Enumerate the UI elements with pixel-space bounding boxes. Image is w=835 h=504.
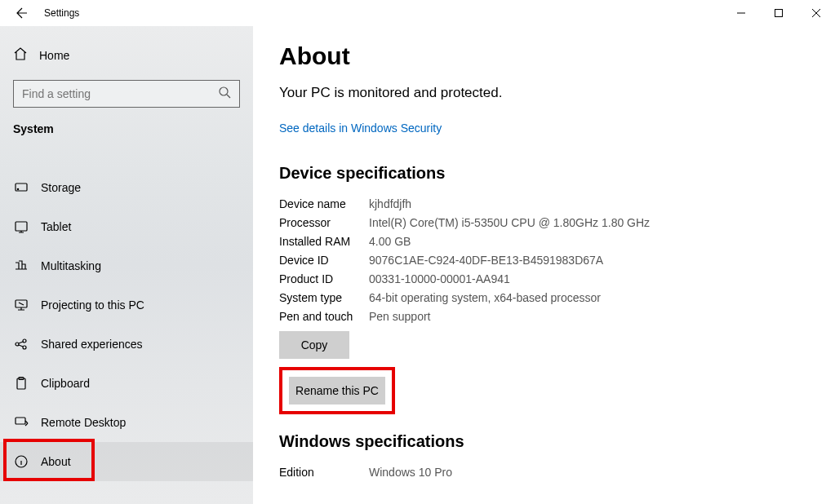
window-title: Settings: [44, 7, 79, 19]
device-spec-heading: Device specifications: [279, 164, 815, 183]
spec-row-processor: Processor Intel(R) Core(TM) i5-5350U CPU…: [279, 216, 815, 229]
spec-row-pen-touch: Pen and touch Pen support: [279, 310, 815, 323]
projecting-icon: [13, 297, 29, 313]
spec-row-device-id: Device ID 9076C1AE-C924-40DF-BE13-B45919…: [279, 254, 815, 267]
nav-item-label: Remote Desktop: [41, 416, 126, 429]
spec-label: Processor: [279, 216, 369, 229]
svg-point-8: [23, 346, 26, 349]
spec-label: Edition: [279, 466, 369, 479]
spec-label: Pen and touch: [279, 310, 369, 323]
windows-spec-heading: Windows specifications: [279, 432, 815, 451]
nav-item-label: Multitasking: [41, 259, 101, 272]
nav-item-label: Storage: [41, 181, 81, 194]
sidebar: Home System Storage Tablet Multitasking: [0, 26, 253, 504]
svg-rect-0: [775, 10, 783, 17]
spec-label: Product ID: [279, 272, 369, 285]
nav-item-shared-experiences[interactable]: Shared experiences: [0, 325, 253, 364]
multitasking-icon: [13, 258, 29, 274]
spec-row-edition: Edition Windows 10 Pro: [279, 466, 815, 479]
spec-row-product-id: Product ID 00331-10000-00001-AA941: [279, 272, 815, 285]
svg-point-1: [220, 87, 228, 95]
page-title: About: [279, 42, 815, 70]
storage-icon: [13, 179, 29, 196]
nav-home[interactable]: Home: [13, 39, 253, 72]
nav-item-projecting[interactable]: Projecting to this PC: [0, 285, 253, 325]
sidebar-nav: Storage Tablet Multitasking Projecting t…: [0, 168, 253, 481]
nav-item-about[interactable]: About: [0, 442, 253, 481]
tablet-icon: [13, 219, 29, 235]
nav-item-label: Projecting to this PC: [41, 298, 144, 312]
spec-value: Windows 10 Pro: [369, 466, 452, 479]
spec-value: 00331-10000-00001-AA941: [369, 272, 510, 285]
windows-spec-table: Edition Windows 10 Pro: [279, 466, 815, 479]
copy-button[interactable]: Copy: [279, 331, 349, 359]
nav-item-multitasking[interactable]: Multitasking: [0, 246, 253, 285]
main-content: About Your PC is monitored and protected…: [253, 26, 835, 504]
search-box[interactable]: [13, 80, 240, 108]
sidebar-section-label: System: [13, 122, 253, 135]
svg-point-3: [17, 188, 18, 189]
device-spec-table: Device name kjhdfdjfh Processor Intel(R)…: [279, 197, 815, 323]
spec-value: 4.00 GB: [369, 235, 411, 248]
search-icon: [218, 86, 231, 102]
spec-value: Pen support: [369, 310, 431, 323]
spec-row-ram: Installed RAM 4.00 GB: [279, 235, 815, 248]
minimize-button[interactable]: [722, 0, 760, 26]
protection-status: Your PC is monitored and protected.: [279, 85, 815, 101]
svg-rect-11: [16, 418, 25, 424]
nav-item-label: About: [41, 455, 71, 468]
nav-item-label: Shared experiences: [41, 338, 143, 351]
svg-point-7: [23, 339, 26, 343]
spec-label: System type: [279, 291, 369, 304]
about-icon: [13, 453, 29, 470]
svg-point-6: [16, 343, 19, 346]
spec-value: kjhdfdjfh: [369, 197, 411, 210]
remote-desktop-icon: [13, 414, 29, 431]
nav-item-remote-desktop[interactable]: Remote Desktop: [0, 403, 253, 442]
nav-item-label: Clipboard: [41, 377, 90, 390]
spec-label: Device ID: [279, 254, 369, 267]
nav-item-label: Tablet: [41, 220, 71, 233]
spec-value: 9076C1AE-C924-40DF-BE13-B4591983D67A: [369, 254, 603, 267]
spec-value: Intel(R) Core(TM) i5-5350U CPU @ 1.80GHz…: [369, 216, 650, 229]
nav-item-storage[interactable]: Storage: [0, 168, 253, 207]
svg-rect-4: [16, 222, 27, 231]
close-button[interactable]: [797, 0, 835, 26]
nav-item-tablet[interactable]: Tablet: [0, 207, 253, 246]
spec-row-device-name: Device name kjhdfdjfh: [279, 197, 815, 210]
rename-pc-button[interactable]: Rename this PC: [289, 377, 385, 405]
clipboard-icon: [13, 375, 29, 391]
titlebar: Settings: [0, 0, 835, 26]
security-link[interactable]: See details in Windows Security: [279, 122, 442, 135]
nav-home-label: Home: [39, 49, 69, 62]
spec-label: Device name: [279, 197, 369, 210]
spec-row-system-type: System type 64-bit operating system, x64…: [279, 291, 815, 304]
highlight-marker-rename: Rename this PC: [279, 367, 395, 414]
home-icon: [13, 46, 28, 64]
shared-experiences-icon: [13, 336, 29, 352]
nav-item-clipboard[interactable]: Clipboard: [0, 364, 253, 403]
spec-label: Installed RAM: [279, 235, 369, 248]
back-button[interactable]: [13, 7, 29, 20]
maximize-button[interactable]: [760, 0, 797, 26]
spec-value: 64-bit operating system, x64-based proce…: [369, 291, 601, 304]
search-input[interactable]: [22, 87, 213, 100]
